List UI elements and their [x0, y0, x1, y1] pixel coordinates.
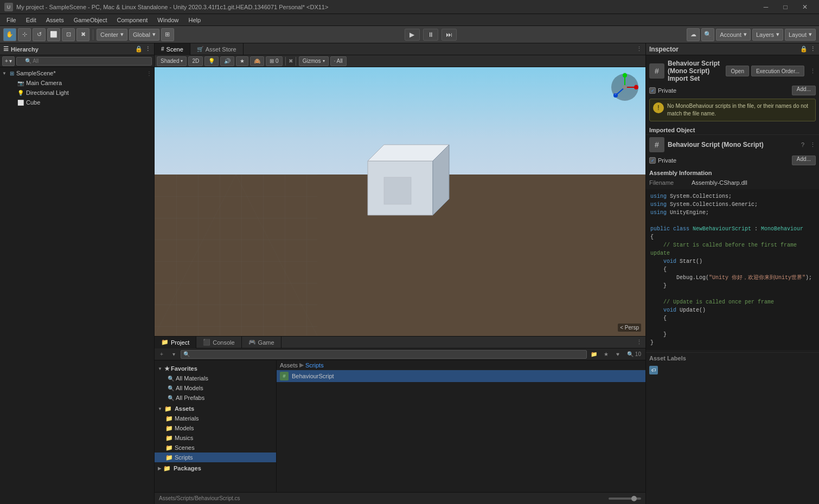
heart-icon[interactable]: ♥: [613, 350, 623, 359]
tab-scene[interactable]: # Scene: [155, 43, 190, 55]
scenes-label: Scenes: [175, 444, 195, 451]
account-dropdown[interactable]: Account ▾: [716, 29, 751, 41]
menu-assets[interactable]: Assets: [42, 16, 68, 24]
grid-btn[interactable]: ⊞: [161, 28, 174, 41]
imported-options[interactable]: ⋮: [810, 141, 816, 148]
add-btn-bottom[interactable]: +: [157, 350, 167, 359]
add-button-2[interactable]: Add...: [792, 156, 816, 165]
zoom-slider[interactable]: [609, 497, 641, 500]
gizmos-dropdown[interactable]: Gizmos ▾: [299, 56, 329, 66]
menu-file[interactable]: File: [2, 16, 21, 24]
project-search[interactable]: [181, 350, 587, 359]
hierarchy-add-btn[interactable]: + ▾: [2, 56, 15, 66]
hierarchy-lock[interactable]: 🔒: [135, 46, 143, 53]
materials-item[interactable]: 📁 Materials: [155, 413, 276, 423]
maximize-button[interactable]: □: [776, 0, 795, 14]
menu-help[interactable]: Help: [184, 16, 205, 24]
imported-help[interactable]: ?: [801, 141, 804, 148]
tool-hand[interactable]: ✋: [3, 28, 16, 41]
models-item[interactable]: 📁 Models: [155, 423, 276, 433]
tool-rotate[interactable]: ↺: [33, 28, 46, 41]
svg-text:X: X: [635, 84, 637, 87]
effects-toggle[interactable]: ★: [236, 56, 248, 66]
code-line-6: {: [650, 233, 815, 241]
tool-move[interactable]: ⊹: [18, 28, 31, 41]
folder-icon[interactable]: 📁: [589, 350, 599, 359]
shading-dropdown[interactable]: Shaded ▾: [157, 56, 187, 66]
asset-store-label: Asset Store: [206, 46, 236, 53]
menu-window[interactable]: Window: [153, 16, 183, 24]
tree-item-cube[interactable]: ⬜ Cube: [0, 98, 154, 107]
minimize-button[interactable]: ─: [756, 0, 776, 14]
private-checkbox-2[interactable]: ✓: [649, 157, 656, 164]
center-dropdown[interactable]: Center ▾: [97, 29, 127, 41]
all-prefabs-item[interactable]: 🔍 All Prefabs: [155, 393, 276, 403]
tool-rect[interactable]: ⊡: [62, 28, 75, 41]
assets-header[interactable]: ▼ 📁 Assets: [155, 404, 276, 413]
search-services-btn[interactable]: 🔍: [701, 28, 714, 41]
collab-btn[interactable]: ☁: [687, 28, 700, 41]
add-button[interactable]: Add...: [792, 86, 816, 95]
all-materials-item[interactable]: 🔍 All Materials: [155, 373, 276, 383]
all-materials-label: All Materials: [176, 375, 208, 382]
all-models-item[interactable]: 🔍 All Models: [155, 383, 276, 393]
tab-asset-store[interactable]: 🛒 Asset Store: [190, 43, 244, 55]
private-checkbox[interactable]: ✓: [649, 87, 656, 94]
audio-toggle[interactable]: 🔊: [220, 56, 234, 66]
script-name: BehaviourScript: [292, 373, 334, 379]
inspector-lock[interactable]: 🔒: [800, 46, 808, 53]
cube-label: Cube: [26, 99, 40, 106]
assets-folder-icon: 📁: [164, 405, 172, 412]
scene-tab-options[interactable]: ⋮: [633, 46, 645, 53]
hierarchy-options[interactable]: ⋮: [145, 46, 151, 53]
all-dropdown[interactable]: ∙ All: [330, 56, 347, 66]
2d-toggle[interactable]: 2D: [188, 56, 203, 66]
tool-transform[interactable]: ✖: [76, 28, 89, 41]
star-icon[interactable]: ★: [601, 350, 611, 359]
musics-item[interactable]: 📁 Musics: [155, 433, 276, 443]
grid-toggle[interactable]: ⊞ 0: [266, 56, 282, 66]
imported-hash-icon: #: [649, 137, 664, 152]
tree-item-dirlight[interactable]: 💡 Directional Light: [0, 88, 154, 98]
tab-project[interactable]: 📁 Project: [155, 337, 196, 348]
scene-options[interactable]: ⋮: [146, 70, 152, 76]
hidden-toggle[interactable]: 🙈: [250, 56, 264, 66]
scenes-item[interactable]: 📁 Scenes: [155, 443, 276, 453]
tab-game-bottom[interactable]: 🎮 Game: [242, 337, 281, 348]
menu-component[interactable]: Component: [112, 16, 152, 24]
bottom-panel-options[interactable]: ⋮: [633, 339, 645, 346]
layers-dropdown[interactable]: Layers ▾: [752, 29, 783, 41]
inspector-options[interactable]: ⋮: [810, 46, 816, 53]
viewport-gizmo[interactable]: Y X Z: [610, 73, 640, 102]
tab-console[interactable]: ⬛ Console: [196, 337, 241, 348]
script-title: Behaviour Script (Mono Script) Import Se…: [668, 60, 722, 82]
packages-header[interactable]: ▶ 📁 Packages: [155, 463, 276, 473]
add-arrow-btn[interactable]: ▾: [169, 350, 178, 359]
scene-viewport[interactable]: Y X Z < Persp: [155, 67, 645, 336]
hierarchy-search[interactable]: [16, 57, 152, 66]
tools-icon[interactable]: ✖: [289, 58, 293, 64]
asset-tag-area: 🏷: [646, 364, 819, 377]
tool-scale[interactable]: ⬜: [47, 28, 60, 41]
asset-behaviour-script[interactable]: # BehaviourScript: [277, 370, 645, 382]
favorites-header[interactable]: ▼ ★ Favorites: [155, 364, 276, 373]
global-dropdown[interactable]: Global ▾: [129, 29, 159, 41]
menu-edit[interactable]: Edit: [22, 16, 41, 24]
exec-order-button[interactable]: Execution Order...: [751, 66, 804, 76]
pause-button[interactable]: ⏸: [423, 29, 438, 41]
assembly-info-section: Assembly Information Filename Assembly-C…: [646, 166, 819, 189]
close-button[interactable]: ✕: [795, 0, 815, 14]
tree-item-samplescene[interactable]: ▼ ⊞ SampleScene* ⋮: [0, 68, 154, 78]
step-button[interactable]: ⏭: [442, 29, 457, 41]
add-icon: +: [5, 58, 8, 64]
tag-icon[interactable]: 🏷: [649, 366, 658, 374]
lighting-toggle[interactable]: 💡: [204, 56, 219, 66]
tree-item-maincamera[interactable]: 📷 Main Camera: [0, 78, 154, 88]
code-line-12: [650, 290, 815, 298]
layout-dropdown[interactable]: Layout ▾: [785, 29, 816, 41]
menu-gameobject[interactable]: GameObject: [69, 16, 112, 24]
scripts-item[interactable]: 📁 Scripts: [155, 453, 276, 462]
play-button[interactable]: ▶: [405, 29, 420, 41]
open-button[interactable]: Open: [726, 66, 748, 76]
import-set-options[interactable]: ⋮: [810, 68, 816, 75]
